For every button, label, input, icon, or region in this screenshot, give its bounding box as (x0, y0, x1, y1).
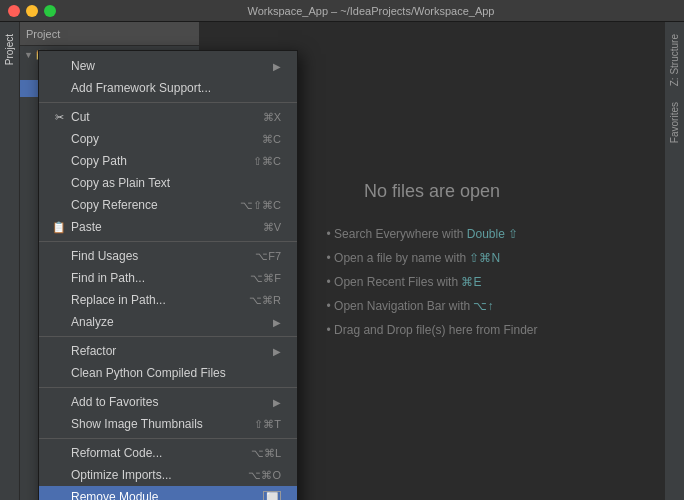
window-title: Workspace_App – ~/IdeaProjects/Workspace… (66, 5, 676, 17)
separator (39, 241, 297, 242)
hint-item: Open Recent Files with ⌘E (327, 270, 538, 294)
shortcut-label: ⌥⌘F (250, 272, 281, 285)
menu-item-clean-python[interactable]: Clean Python Compiled Files (39, 362, 297, 384)
panel-title: Project (26, 28, 60, 40)
copy-path-icon (51, 153, 67, 169)
menu-item-copy-path[interactable]: Copy Path ⇧⌘C (39, 150, 297, 172)
menu-label: Find in Path... (71, 271, 250, 285)
hint-text: Open Navigation Bar with (334, 299, 473, 313)
menu-label: Replace in Path... (71, 293, 249, 307)
structure-tab[interactable]: Z: Structure (667, 26, 682, 94)
arrow-icon: ▼ (24, 50, 33, 60)
menu-label: Reformat Code... (71, 446, 251, 460)
replace-path-icon (51, 292, 67, 308)
refactor-icon (51, 343, 67, 359)
menu-item-copy-ref[interactable]: Copy Reference ⌥⇧⌘C (39, 194, 297, 216)
window-controls (8, 5, 56, 17)
menu-label: Copy as Plain Text (71, 176, 281, 190)
separator (39, 387, 297, 388)
menu-label: Copy Reference (71, 198, 240, 212)
optimize-icon (51, 467, 67, 483)
menu-item-refactor[interactable]: Refactor ▶ (39, 340, 297, 362)
copy-ref-icon (51, 197, 67, 213)
menu-item-add-framework[interactable]: Add Framework Support... (39, 77, 297, 99)
paste-icon: 📋 (51, 219, 67, 235)
menu-label: Analyze (71, 315, 269, 329)
menu-item-new[interactable]: New ▶ (39, 55, 297, 77)
menu-item-analyze[interactable]: Analyze ▶ (39, 311, 297, 333)
hint-key: ⇧⌘N (469, 251, 500, 265)
submenu-arrow: ▶ (273, 317, 281, 328)
menu-label: Cut (71, 110, 263, 124)
menu-label: Find Usages (71, 249, 255, 263)
shortcut-label: ⇧⌘C (253, 155, 281, 168)
menu-item-optimize-imports[interactable]: Optimize Imports... ⌥⌘O (39, 464, 297, 486)
menu-label: Refactor (71, 344, 269, 358)
menu-label: Paste (71, 220, 263, 234)
hint-text: Open a file by name with (334, 251, 469, 265)
menu-label: Add to Favorites (71, 395, 269, 409)
menu-label: Show Image Thumbnails (71, 417, 254, 431)
menu-label: Remove Module (71, 490, 259, 500)
hint-text: Search Everywhere with (334, 227, 467, 241)
hint-text: Drag and Drop file(s) here from Finder (334, 323, 537, 337)
separator (39, 336, 297, 337)
separator (39, 438, 297, 439)
shortcut-label: ⌥⌘L (251, 447, 281, 460)
shortcut-label: ⌥F7 (255, 250, 281, 263)
menu-item-show-thumbnails[interactable]: Show Image Thumbnails ⇧⌘T (39, 413, 297, 435)
hint-list: Search Everywhere with Double ⇧ Open a f… (327, 222, 538, 342)
menu-label: Optimize Imports... (71, 468, 248, 482)
context-menu-overlay: New ▶ Add Framework Support... ✂ Cut ⌘X … (38, 50, 298, 500)
shortcut-label: ⌘X (263, 111, 281, 124)
hint-key: ⌥↑ (473, 299, 493, 313)
menu-item-paste[interactable]: 📋 Paste ⌘V (39, 216, 297, 238)
thumbnails-icon (51, 416, 67, 432)
menu-item-find-path[interactable]: Find in Path... ⌥⌘F (39, 267, 297, 289)
favorites-icon (51, 394, 67, 410)
menu-label: Copy (71, 132, 262, 146)
menu-item-add-favorites[interactable]: Add to Favorites ▶ (39, 391, 297, 413)
left-sidebar-tabs: Project (0, 22, 20, 500)
main-layout: Project Project ▼ 📁 Project ▼ 📁 Workspac… (0, 22, 684, 500)
shortcut-label: ⌥⇧⌘C (240, 199, 281, 212)
hint-text: Open Recent Files with (334, 275, 461, 289)
shortcut-label: ⌥⌘R (249, 294, 281, 307)
shortcut-label: ⌘C (262, 133, 281, 146)
shortcut-label: ⇧⌘T (254, 418, 281, 431)
menu-item-copy-plain[interactable]: Copy as Plain Text (39, 172, 297, 194)
menu-item-replace-path[interactable]: Replace in Path... ⌥⌘R (39, 289, 297, 311)
project-panel: Project ▼ 📁 Project ▼ 📁 Workspace_App ▼ … (20, 22, 200, 500)
remove-module-icon (51, 489, 67, 500)
minimize-button[interactable] (26, 5, 38, 17)
hint-item: Drag and Drop file(s) here from Finder (327, 318, 538, 342)
menu-item-remove-module[interactable]: Remove Module ⬜ (39, 486, 297, 500)
favorites-tab[interactable]: Favorites (667, 94, 682, 151)
shortcut-label: ⌘V (263, 221, 281, 234)
menu-item-copy[interactable]: Copy ⌘C (39, 128, 297, 150)
project-tab[interactable]: Project (2, 26, 17, 73)
find-path-icon (51, 270, 67, 286)
submenu-arrow: ▶ (273, 61, 281, 72)
menu-item-cut[interactable]: ✂ Cut ⌘X (39, 106, 297, 128)
menu-item-find-usages[interactable]: Find Usages ⌥F7 (39, 245, 297, 267)
analyze-icon (51, 314, 67, 330)
panel-header: Project (20, 22, 199, 46)
copy-plain-icon (51, 175, 67, 191)
delete-badge: ⬜ (263, 491, 281, 501)
right-sidebar-tabs: Z: Structure Favorites (664, 22, 684, 500)
menu-label: Add Framework Support... (71, 81, 281, 95)
hint-item: Open Navigation Bar with ⌥↑ (327, 294, 538, 318)
menu-label: Copy Path (71, 154, 253, 168)
maximize-button[interactable] (44, 5, 56, 17)
new-icon (51, 58, 67, 74)
context-menu: New ▶ Add Framework Support... ✂ Cut ⌘X … (38, 50, 298, 500)
find-usages-icon (51, 248, 67, 264)
hint-item: Open a file by name with ⇧⌘N (327, 246, 538, 270)
close-button[interactable] (8, 5, 20, 17)
separator (39, 102, 297, 103)
reformat-icon (51, 445, 67, 461)
submenu-arrow: ▶ (273, 346, 281, 357)
menu-item-reformat[interactable]: Reformat Code... ⌥⌘L (39, 442, 297, 464)
hint-item: Search Everywhere with Double ⇧ (327, 222, 538, 246)
